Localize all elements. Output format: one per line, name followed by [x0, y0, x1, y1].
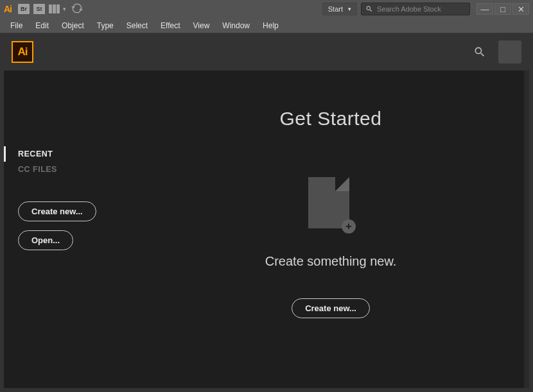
menu-object[interactable]: Object — [55, 19, 91, 32]
workspace-label: Start — [328, 5, 343, 13]
create-new-button-main[interactable]: Create new... — [292, 298, 370, 318]
minimize-button[interactable]: — — [476, 3, 493, 15]
workspace-area: Ai RECENT CC FILES Create new... Open...… — [0, 33, 533, 392]
close-button[interactable]: ✕ — [512, 3, 529, 15]
ai-logo-box: Ai — [12, 41, 33, 63]
bridge-badge-icon[interactable]: Br — [18, 4, 30, 14]
sync-icon[interactable] — [71, 3, 83, 15]
create-new-button[interactable]: Create new... — [18, 201, 96, 221]
new-document-icon: + — [308, 177, 353, 232]
menu-bar: File Edit Object Type Select Effect View… — [0, 18, 533, 33]
menu-view[interactable]: View — [187, 19, 216, 32]
tab-cc-files[interactable]: CC FILES — [4, 162, 132, 177]
stock-badge-icon[interactable]: St — [33, 4, 45, 14]
start-header: Ai — [0, 33, 533, 71]
start-main: Get Started + Create something new. Crea… — [132, 71, 529, 388]
maximize-button[interactable]: □ — [494, 3, 511, 15]
title-bar: Ai Br St ▾ Start ▾ Search Adobe Stock — … — [0, 0, 533, 18]
plus-icon: + — [342, 219, 356, 234]
app-abbrev: Ai — [4, 4, 12, 14]
arrange-documents-icon[interactable] — [49, 4, 60, 13]
subtitle: Create something new. — [265, 254, 397, 269]
menu-effect[interactable]: Effect — [154, 19, 186, 32]
menu-help[interactable]: Help — [256, 19, 285, 32]
page-title: Get Started — [280, 108, 382, 130]
account-avatar[interactable] — [498, 40, 521, 64]
start-sidebar: RECENT CC FILES Create new... Open... — [4, 71, 132, 388]
search-icon — [365, 5, 373, 13]
sidebar-tabs: RECENT CC FILES — [4, 146, 132, 177]
search-icon — [473, 46, 486, 58]
menu-type[interactable]: Type — [91, 19, 120, 32]
sidebar-actions: Create new... Open... — [18, 201, 132, 250]
chevron-down-icon: ▾ — [348, 6, 351, 12]
open-button[interactable]: Open... — [18, 230, 73, 250]
menu-window[interactable]: Window — [216, 19, 256, 32]
search-stock-input[interactable]: Search Adobe Stock — [361, 3, 470, 15]
window-controls: — □ ✕ — [475, 3, 529, 15]
chevron-down-icon[interactable]: ▾ — [63, 6, 66, 12]
menu-edit[interactable]: Edit — [29, 19, 55, 32]
vertical-scrollbar[interactable] — [524, 71, 529, 388]
menu-file[interactable]: File — [4, 19, 29, 32]
search-button[interactable] — [470, 42, 489, 62]
workspace-switcher[interactable]: Start ▾ — [322, 3, 357, 15]
tab-recent[interactable]: RECENT — [4, 146, 132, 162]
start-content: RECENT CC FILES Create new... Open... Ge… — [4, 71, 529, 388]
menu-select[interactable]: Select — [120, 19, 154, 32]
search-placeholder: Search Adobe Stock — [377, 5, 441, 13]
